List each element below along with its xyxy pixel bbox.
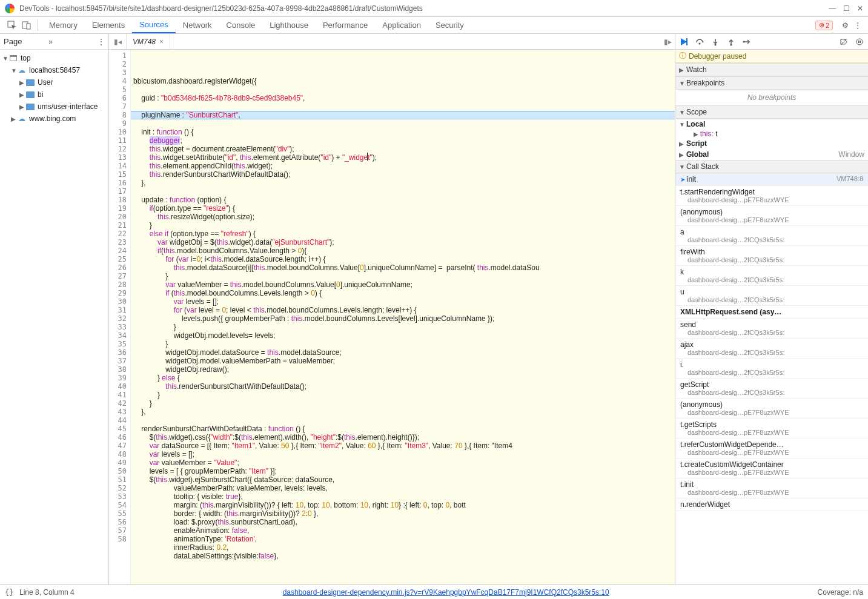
file-tab[interactable]: VM748 × bbox=[127, 34, 170, 49]
scope-section[interactable]: ▼Scope bbox=[675, 105, 868, 119]
nav-title: Page bbox=[4, 37, 48, 46]
line-gutter[interactable]: 1234567891011121314151617181920212223242… bbox=[109, 50, 131, 584]
callstack-frame[interactable]: adashboard-desig…2fCQs3k5r5s: bbox=[675, 226, 868, 246]
tab-lighthouse[interactable]: Lighthouse bbox=[262, 17, 316, 33]
step-over-button[interactable] bbox=[694, 36, 706, 48]
deactivate-breakpoints-button[interactable] bbox=[838, 36, 850, 48]
breakpoints-section[interactable]: ▼Breakpoints bbox=[675, 76, 868, 90]
code-area[interactable]: bbicustom.dashboard.registerWidget({ gui… bbox=[131, 50, 675, 584]
tab-memory[interactable]: Memory bbox=[42, 17, 85, 33]
callstack-frame[interactable]: XMLHttpRequest.send (asy… bbox=[675, 306, 868, 319]
minimize-button[interactable]: — bbox=[829, 4, 836, 13]
svg-point-4 bbox=[699, 42, 701, 44]
resume-button[interactable] bbox=[678, 36, 690, 48]
tab-elements[interactable]: Elements bbox=[85, 17, 132, 33]
callstack-frame[interactable]: i.dashboard-desig…2fCQs3k5r5s: bbox=[675, 359, 868, 379]
callstack-frame[interactable]: n.renderWidget bbox=[675, 498, 868, 511]
watch-section[interactable]: ▶Watch bbox=[675, 63, 868, 76]
folder-icon bbox=[26, 104, 35, 110]
maximize-button[interactable]: ☐ bbox=[843, 4, 850, 13]
tree-folder[interactable]: ▶ums/user-interface bbox=[0, 101, 108, 113]
source-editor: ▮◂ VM748 × ▮▸ 12345678910111213141516171… bbox=[109, 34, 675, 584]
scope-this[interactable]: ▶ this: t bbox=[675, 130, 868, 138]
error-count-badge[interactable]: ⊗ 2 bbox=[815, 21, 833, 30]
callstack-frame[interactable]: senddashboard-desig…2fCQs3k5r5s: bbox=[675, 319, 868, 339]
pretty-print-icon[interactable]: {} bbox=[5, 588, 19, 597]
callstack-frame[interactable]: (anonymous)dashboard-desig…pE7F8uzxWYE bbox=[675, 399, 868, 419]
folder-icon bbox=[26, 91, 35, 98]
tree-host[interactable]: ▼☁ localhost:58457 bbox=[0, 64, 108, 76]
paused-message: ⓘ Debugger paused bbox=[675, 50, 868, 63]
folder-icon bbox=[26, 79, 35, 86]
nav-more-icon[interactable]: ⋮ bbox=[98, 38, 105, 46]
tree-top[interactable]: ▼ top bbox=[0, 52, 108, 64]
close-button[interactable]: ✕ bbox=[857, 4, 863, 13]
chrome-logo-icon bbox=[5, 4, 15, 13]
callstack-frame[interactable]: t.startRenderingWidgetdashboard-desig…pE… bbox=[675, 186, 868, 206]
page-navigator: Page » ⋮ ▼ top ▼☁ localhost:58457 ▶User▶… bbox=[0, 34, 109, 584]
svg-rect-10 bbox=[858, 41, 860, 43]
status-bar: {} Line 8, Column 4 dashboard-designer-d… bbox=[0, 584, 868, 599]
step-button[interactable] bbox=[741, 36, 753, 48]
tree-folder[interactable]: ▶bi bbox=[0, 88, 108, 101]
source-link[interactable]: dashboard-designer-dependency.min.js?v=r… bbox=[75, 588, 818, 597]
show-navigator-icon[interactable]: ▮▸ bbox=[660, 38, 675, 46]
device-toggle-icon[interactable] bbox=[19, 17, 34, 33]
scope-global[interactable]: ▶GlobalWindow bbox=[675, 149, 868, 160]
titlebar: DevTools - localhost:58457/bi/site/site1… bbox=[0, 0, 868, 17]
svg-point-5 bbox=[715, 44, 717, 45]
callstack-frame[interactable]: t.createCustomWidgetContainerdashboard-d… bbox=[675, 458, 868, 478]
tab-application[interactable]: Application bbox=[375, 17, 428, 33]
tab-network[interactable]: Network bbox=[176, 17, 219, 33]
callstack-frame[interactable]: t.initdashboard-desig…pE7F8uzxWYE bbox=[675, 478, 868, 498]
callstack-frame[interactable]: fireWithdashboard-desig…2fCQs3k5r5s: bbox=[675, 246, 868, 266]
callstack-frame[interactable]: ajaxdashboard-desig…2fCQs3k5r5s: bbox=[675, 339, 868, 359]
scope-local[interactable]: ▼Local bbox=[675, 119, 868, 130]
step-out-button[interactable] bbox=[725, 36, 737, 48]
step-into-button[interactable] bbox=[709, 36, 721, 48]
svg-rect-2 bbox=[27, 24, 30, 29]
pause-exceptions-button[interactable] bbox=[853, 36, 866, 48]
tab-console[interactable]: Console bbox=[219, 17, 263, 33]
callstack-frame[interactable]: kdashboard-desig…2fCQs3k5r5s: bbox=[675, 266, 868, 286]
nav-toggle-icon[interactable]: ▮◂ bbox=[111, 38, 124, 46]
callstack-frame[interactable]: udashboard-desig…2fCQs3k5r5s: bbox=[675, 286, 868, 306]
svg-point-9 bbox=[856, 39, 863, 45]
svg-point-7 bbox=[743, 41, 745, 42]
main-tabs: MemoryElementsSourcesNetworkConsoleLight… bbox=[0, 17, 868, 34]
tree-folder[interactable]: ▶User bbox=[0, 76, 108, 88]
file-tab-label: VM748 bbox=[133, 38, 156, 46]
callstack-frame[interactable]: getScriptdashboard-desig…2fCQs3k5r5s: bbox=[675, 379, 868, 399]
close-tab-icon[interactable]: × bbox=[159, 38, 164, 46]
callstack-section[interactable]: ▼Call Stack bbox=[675, 160, 868, 173]
coverage-status: Coverage: n/a bbox=[818, 588, 863, 597]
window-title: DevTools - localhost:58457/bi/site/site1… bbox=[19, 4, 829, 13]
tree-ext-host[interactable]: ▶☁ www.bing.com bbox=[0, 113, 108, 125]
callstack-frame[interactable]: initVM748:8 bbox=[675, 173, 868, 186]
info-icon: ⓘ bbox=[679, 51, 686, 61]
tab-sources[interactable]: Sources bbox=[132, 17, 176, 33]
scope-script[interactable]: ▶Script bbox=[675, 138, 868, 149]
inspect-element-icon[interactable] bbox=[5, 17, 19, 33]
tab-performance[interactable]: Performance bbox=[316, 17, 375, 33]
more-menu-icon[interactable]: ⋮ bbox=[852, 17, 863, 33]
cursor-position: Line 8, Column 4 bbox=[19, 588, 75, 597]
settings-gear-icon[interactable]: ⚙ bbox=[838, 17, 852, 33]
no-breakpoints-label: No breakpoints bbox=[675, 90, 868, 105]
cloud-icon: ☁ bbox=[17, 66, 27, 74]
tab-security[interactable]: Security bbox=[428, 17, 471, 33]
svg-rect-11 bbox=[860, 41, 861, 43]
callstack-frame[interactable]: t.referCustomWidgetDepende…dashboard-des… bbox=[675, 438, 868, 458]
nav-chevrons-icon[interactable]: » bbox=[48, 38, 53, 46]
error-icon: ⊗ bbox=[819, 21, 824, 29]
debugger-panel: ⓘ Debugger paused ▶Watch ▼Breakpoints No… bbox=[675, 34, 868, 584]
svg-rect-3 bbox=[686, 38, 687, 45]
callstack-frame[interactable]: (anonymous)dashboard-desig…pE7F8uzxWYE bbox=[675, 206, 868, 226]
callstack-frame[interactable]: t.getScriptsdashboard-desig…pE7F8uzxWYE bbox=[675, 419, 868, 438]
cloud-icon: ☁ bbox=[17, 114, 27, 123]
svg-point-6 bbox=[731, 44, 732, 45]
window-icon bbox=[10, 55, 17, 61]
